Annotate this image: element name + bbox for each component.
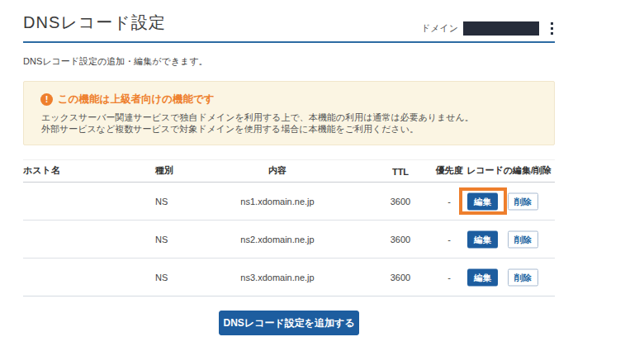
record-content: ns3.xdomain.ne.jp <box>220 273 335 282</box>
delete-button[interactable]: 削除 <box>508 192 538 210</box>
notice-body: エックスサーバー関連サービスで独自ドメインを利用する上で、本機能の利用は通常は必… <box>41 112 537 135</box>
header-ttl: TTL <box>378 167 423 177</box>
delete-button[interactable]: 削除 <box>508 268 538 286</box>
domain-selector: ドメイン <box>421 21 555 36</box>
add-dns-record-button[interactable]: DNSレコード設定を追加する <box>219 311 359 335</box>
header-priority: 優先度 <box>433 164 466 177</box>
domain-label: ドメイン <box>421 22 458 35</box>
table-header-row: ホスト名 種別 内容 TTL 優先度 レコードの編集/削除 <box>23 160 555 183</box>
header-hostname: ホスト名 <box>23 164 60 177</box>
table-row: NS ns1.xdomain.ne.jp 3600 - 編集 削除 <box>23 183 555 221</box>
page-header: DNSレコード設定 ドメイン <box>23 0 555 43</box>
edit-button[interactable]: 編集 <box>467 268 498 286</box>
warning-icon: ! <box>40 93 53 106</box>
notice-line: 外部サービスなど複数サービスで対象ドメインを使用する場合に本機能をご利用ください… <box>41 124 537 135</box>
record-ttl: 3600 <box>378 273 423 282</box>
record-priority: - <box>433 197 466 206</box>
delete-button[interactable]: 削除 <box>508 230 538 248</box>
header-type: 種別 <box>155 164 173 177</box>
record-type: NS <box>155 235 168 244</box>
table-row: NS ns3.xdomain.ne.jp 3600 - 編集 削除 <box>23 259 555 296</box>
kebab-menu-icon[interactable] <box>549 21 555 36</box>
notice-line: エックスサーバー関連サービスで独自ドメインを利用する上で、本機能の利用は通常は必… <box>41 112 537 124</box>
record-type: NS <box>155 273 168 282</box>
dns-records-table: ホスト名 種別 内容 TTL 優先度 レコードの編集/削除 NS ns1.xdo… <box>23 159 555 296</box>
advanced-feature-notice: ! この機能は上級者向けの機能です エックスサーバー関連サービスで独自ドメインを… <box>23 81 555 145</box>
record-content: ns2.xdomain.ne.jp <box>220 235 335 244</box>
header-actions: レコードの編集/削除 <box>466 164 552 177</box>
record-ttl: 3600 <box>378 197 423 206</box>
redacted-domain-value <box>463 21 539 36</box>
record-priority: - <box>433 235 466 244</box>
content-area: DNSレコード設定 ドメイン DNSレコード設定の追加・編集ができます。 ! こ… <box>23 0 555 335</box>
table-row: NS ns2.xdomain.ne.jp 3600 - 編集 削除 <box>23 221 555 259</box>
edit-button[interactable]: 編集 <box>467 192 498 210</box>
record-content: ns1.xdomain.ne.jp <box>220 197 335 206</box>
page-description: DNSレコード設定の追加・編集ができます。 <box>23 55 555 68</box>
header-content: 内容 <box>220 164 335 177</box>
record-type: NS <box>155 197 168 206</box>
footer-actions: DNSレコード設定を追加する <box>23 311 555 335</box>
edit-button[interactable]: 編集 <box>467 230 498 248</box>
record-priority: - <box>433 273 466 282</box>
notice-title: この機能は上級者向けの機能です <box>58 92 215 107</box>
record-ttl: 3600 <box>378 235 423 244</box>
